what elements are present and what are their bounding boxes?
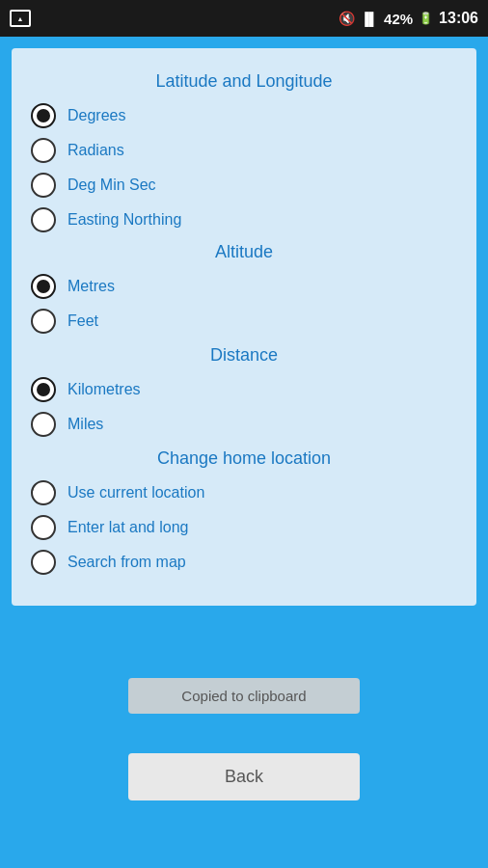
altitude-title: Altitude (31, 242, 457, 262)
radio-deg-min-sec[interactable] (31, 173, 56, 198)
signal-icon: ▐▌ (361, 12, 378, 26)
radio-use-current-location[interactable] (31, 480, 56, 505)
label-enter-lat-long: Enter lat and long (68, 519, 188, 536)
label-easting-northing: Easting Northing (68, 211, 181, 229)
radio-search-from-map[interactable] (31, 550, 56, 575)
option-degrees[interactable]: Degrees (31, 103, 457, 128)
image-icon (10, 10, 31, 27)
mute-icon: 🔇 (339, 11, 355, 26)
option-radians[interactable]: Radians (31, 138, 457, 163)
back-button[interactable]: Back (128, 753, 360, 800)
change-home-section: Change home location Use current locatio… (31, 448, 457, 575)
status-bar: 🔇 ▐▌ 42% 🔋 13:06 (0, 0, 488, 37)
change-home-title: Change home location (31, 448, 457, 469)
label-kilometres: Kilometres (68, 381, 141, 398)
distance-section: Distance Kilometres Miles (31, 345, 457, 437)
option-enter-lat-long[interactable]: Enter lat and long (31, 515, 457, 540)
back-button-container: Copied to clipboard Back (128, 753, 360, 800)
label-deg-min-sec: Deg Min Sec (68, 176, 156, 194)
radio-degrees[interactable] (31, 103, 56, 128)
label-feet: Feet (68, 312, 98, 330)
radio-kilometres-inner (37, 383, 50, 396)
distance-title: Distance (31, 345, 457, 366)
label-metres: Metres (68, 278, 115, 295)
option-use-current-location[interactable]: Use current location (31, 480, 457, 505)
option-feet[interactable]: Feet (31, 309, 457, 334)
label-radians: Radians (68, 142, 124, 159)
radio-kilometres[interactable] (31, 377, 56, 402)
label-use-current-location: Use current location (68, 484, 204, 502)
label-degrees: Degrees (68, 107, 125, 124)
option-easting-northing[interactable]: Easting Northing (31, 207, 457, 232)
lat-long-title: Latitude and Longitude (31, 71, 457, 92)
option-search-from-map[interactable]: Search from map (31, 550, 457, 575)
radio-radians[interactable] (31, 138, 56, 163)
battery-icon: 🔋 (419, 12, 433, 25)
status-bar-right: 🔇 ▐▌ 42% 🔋 13:06 (339, 10, 478, 27)
toast-notification: Copied to clipboard (128, 678, 360, 714)
lat-long-section: Latitude and Longitude Degrees Radians D… (31, 71, 457, 232)
radio-metres[interactable] (31, 274, 56, 299)
option-deg-min-sec[interactable]: Deg Min Sec (31, 173, 457, 198)
status-bar-left (10, 10, 31, 27)
option-metres[interactable]: Metres (31, 274, 457, 299)
radio-feet[interactable] (31, 309, 56, 334)
radio-enter-lat-long[interactable] (31, 515, 56, 540)
radio-easting-northing[interactable] (31, 207, 56, 232)
clock: 13:06 (439, 10, 478, 27)
option-miles[interactable]: Miles (31, 412, 457, 437)
radio-metres-inner (37, 280, 50, 293)
settings-card: Latitude and Longitude Degrees Radians D… (12, 48, 476, 606)
option-kilometres[interactable]: Kilometres (31, 377, 457, 402)
radio-miles[interactable] (31, 412, 56, 437)
toast-message: Copied to clipboard (181, 688, 306, 704)
battery-percent: 42% (384, 11, 413, 27)
label-search-from-map: Search from map (68, 554, 186, 571)
altitude-section: Altitude Metres Feet (31, 242, 457, 334)
radio-degrees-inner (37, 109, 50, 122)
label-miles: Miles (68, 416, 103, 433)
